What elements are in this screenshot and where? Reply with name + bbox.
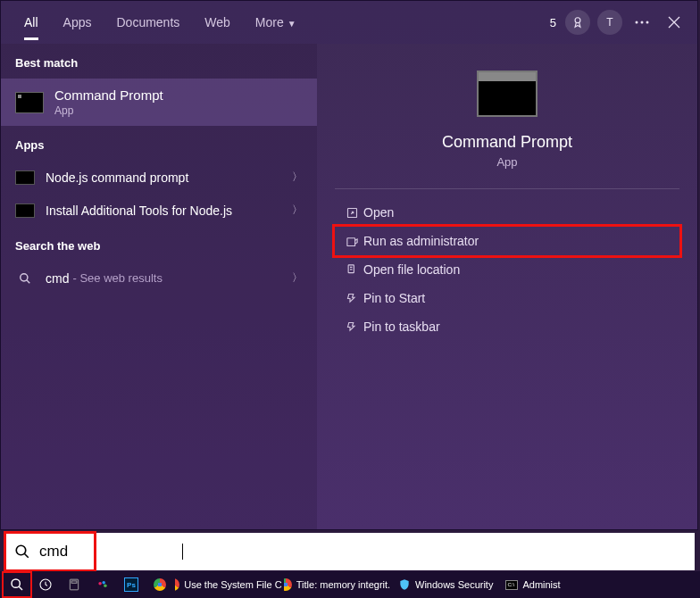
more-options-icon[interactable] — [629, 10, 654, 35]
taskbar-window-chrome-1[interactable]: Use the System File C... — [175, 573, 282, 596]
search-icon — [15, 272, 35, 285]
cmd-icon: C:\ — [505, 580, 518, 590]
preview-column: Command Prompt App Open Run as administr… — [317, 44, 697, 529]
action-open-file-location[interactable]: Open file location — [335, 255, 679, 284]
best-match-result[interactable]: Command Prompt App — [1, 79, 317, 126]
section-search-web: Search the web — [1, 227, 317, 262]
svg-point-2 — [641, 21, 644, 24]
taskbar: Ps Use the System File C... Title: memor… — [0, 571, 700, 598]
svg-rect-7 — [348, 264, 354, 272]
taskbar-task-view[interactable] — [32, 573, 59, 596]
chevron-right-icon: 〉 — [292, 203, 303, 218]
rewards-count: 5 — [550, 16, 556, 29]
app-result-nodejs-prompt[interactable]: Node.js command prompt 〉 — [1, 161, 317, 194]
app-result-install-tools[interactable]: Install Additional Tools for Node.js 〉 — [1, 194, 317, 227]
tab-web[interactable]: Web — [192, 4, 243, 40]
action-pin-to-start[interactable]: Pin to Start — [335, 284, 679, 312]
windows-search-panel: All Apps Documents Web More▼ 5 T Best ma… — [0, 0, 698, 530]
folder-icon — [340, 263, 363, 277]
shield-icon — [398, 578, 411, 591]
web-query: cmd — [46, 271, 69, 286]
tab-more[interactable]: More▼ — [243, 4, 309, 40]
taskbar-window-title: Administ — [522, 579, 560, 590]
action-run-as-admin[interactable]: Run as administrator — [335, 227, 679, 255]
chevron-down-icon: ▼ — [288, 19, 296, 29]
tab-all[interactable]: All — [12, 4, 51, 40]
user-avatar[interactable]: T — [597, 10, 622, 35]
app-preview-thumbnail — [477, 71, 538, 117]
svg-point-13 — [98, 582, 102, 586]
action-label: Run as administrator — [363, 234, 479, 248]
action-label: Open file location — [363, 262, 460, 277]
action-label: Pin to taskbar — [363, 320, 440, 334]
text-cursor — [182, 544, 183, 560]
taskbar-window-title: Title: memory integrit... — [296, 579, 391, 590]
app-label: Node.js command prompt — [46, 170, 292, 185]
svg-point-15 — [104, 584, 107, 587]
taskbar-window-title: Windows Security — [415, 579, 493, 590]
section-best-match: Best match — [1, 44, 317, 79]
search-icon — [14, 544, 30, 560]
svg-point-9 — [12, 579, 20, 587]
pin-icon — [340, 320, 363, 334]
svg-point-0 — [575, 18, 580, 23]
console-icon — [15, 170, 35, 185]
best-match-title: Command Prompt — [54, 87, 163, 103]
chevron-right-icon: 〉 — [292, 270, 303, 286]
preview-title: Command Prompt — [442, 133, 572, 152]
action-open[interactable]: Open — [335, 198, 679, 227]
open-icon — [340, 206, 363, 220]
command-prompt-icon — [15, 92, 44, 113]
web-hint: - See web results — [72, 271, 162, 285]
chevron-right-icon: 〉 — [292, 170, 303, 185]
results-column: Best match Command Prompt App Apps Node.… — [1, 44, 317, 529]
best-match-subtitle: App — [54, 104, 163, 117]
svg-point-3 — [646, 21, 649, 24]
svg-rect-12 — [71, 581, 77, 583]
taskbar-window-cmd[interactable]: C:\ Administ — [500, 573, 565, 596]
action-label: Open — [363, 205, 394, 220]
tab-more-label: More — [255, 15, 284, 29]
section-apps: Apps — [1, 126, 317, 161]
taskbar-app-calculator[interactable] — [61, 573, 88, 596]
taskbar-window-chrome-2[interactable]: Title: memory integrit... — [284, 573, 391, 596]
web-search-result[interactable]: cmd - See web results 〉 — [1, 262, 317, 295]
svg-rect-6 — [346, 237, 354, 245]
taskbar-search-button[interactable] — [4, 573, 30, 596]
action-pin-to-taskbar[interactable]: Pin to taskbar — [335, 312, 679, 341]
taskbar-app-photoshop[interactable]: Ps — [118, 573, 145, 596]
rewards-icon[interactable] — [565, 10, 590, 35]
taskbar-app-chrome[interactable] — [146, 573, 173, 596]
close-icon[interactable] — [662, 10, 687, 35]
action-list: Open Run as administrator Open file loca… — [335, 189, 679, 350]
taskbar-window-security[interactable]: Windows Security — [393, 573, 498, 596]
app-label: Install Additional Tools for Node.js — [46, 203, 292, 218]
admin-shield-icon — [340, 235, 363, 248]
action-label: Pin to Start — [363, 291, 425, 305]
svg-point-4 — [21, 273, 28, 280]
pin-icon — [340, 292, 363, 305]
console-icon — [15, 203, 35, 218]
search-input[interactable] — [39, 543, 686, 561]
taskbar-window-title: Use the System File C... — [184, 579, 282, 590]
svg-point-1 — [636, 21, 638, 24]
preview-subtitle: App — [496, 155, 517, 169]
search-input-bar[interactable] — [5, 533, 695, 570]
svg-point-8 — [16, 545, 26, 555]
tab-apps[interactable]: Apps — [51, 4, 104, 40]
taskbar-app-paint[interactable] — [89, 573, 116, 596]
search-scope-tabs: All Apps Documents Web More▼ 5 T — [1, 1, 697, 44]
svg-point-14 — [102, 581, 105, 585]
tab-documents[interactable]: Documents — [104, 4, 192, 40]
